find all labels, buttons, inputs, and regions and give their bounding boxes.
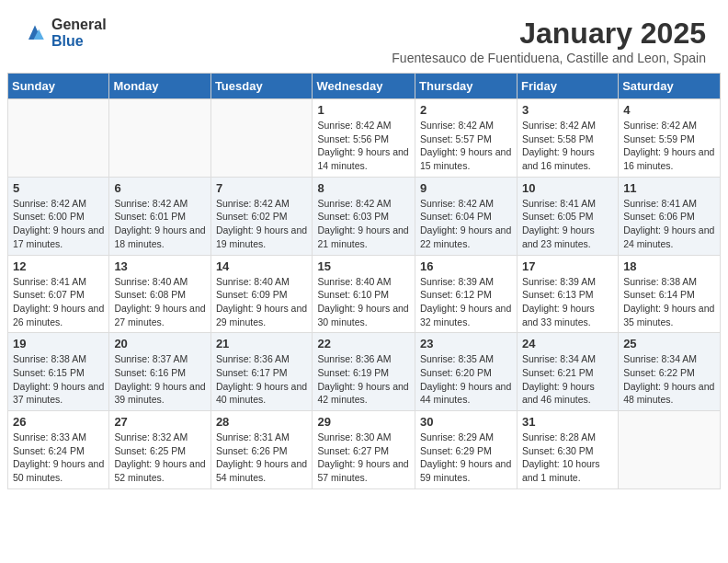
day-info: Sunrise: 8:28 AMSunset: 6:30 PMDaylight:…: [522, 431, 613, 485]
day-number: 10: [522, 181, 613, 195]
calendar-week-row: 12Sunrise: 8:41 AMSunset: 6:07 PMDayligh…: [8, 255, 721, 333]
day-number: 30: [420, 415, 512, 429]
calendar-week-row: 1Sunrise: 8:42 AMSunset: 5:56 PMDaylight…: [8, 99, 721, 178]
calendar-cell: 14Sunrise: 8:40 AMSunset: 6:09 PMDayligh…: [210, 255, 313, 333]
day-info: Sunrise: 8:35 AMSunset: 6:20 PMDaylight:…: [420, 352, 512, 407]
calendar-week-row: 26Sunrise: 8:33 AMSunset: 6:24 PMDayligh…: [8, 411, 721, 489]
logo: General Blue: [22, 17, 107, 49]
weekday-header-monday: Monday: [109, 74, 210, 99]
day-info: Sunrise: 8:42 AMSunset: 6:00 PMDaylight:…: [13, 197, 104, 251]
calendar-cell: 1Sunrise: 8:42 AMSunset: 5:56 PMDaylight…: [313, 99, 415, 178]
calendar-week-row: 19Sunrise: 8:38 AMSunset: 6:15 PMDayligh…: [8, 333, 721, 411]
day-number: 13: [114, 259, 205, 273]
day-number: 12: [13, 259, 104, 273]
calendar-cell: 10Sunrise: 8:41 AMSunset: 6:05 PMDayligh…: [517, 177, 618, 255]
day-info: Sunrise: 8:38 AMSunset: 6:14 PMDaylight:…: [623, 275, 715, 329]
location-subtitle: Fuentesauco de Fuentiduena, Castille and…: [392, 51, 706, 65]
day-number: 22: [317, 337, 410, 350]
day-number: 18: [623, 259, 715, 273]
day-info: Sunrise: 8:41 AMSunset: 6:07 PMDaylight:…: [13, 275, 104, 329]
day-number: 9: [420, 181, 512, 195]
day-info: Sunrise: 8:40 AMSunset: 6:10 PMDaylight:…: [317, 275, 410, 329]
weekday-header-row: SundayMondayTuesdayWednesdayThursdayFrid…: [8, 74, 721, 99]
calendar-cell: 22Sunrise: 8:36 AMSunset: 6:19 PMDayligh…: [313, 333, 415, 411]
calendar-cell: 15Sunrise: 8:40 AMSunset: 6:10 PMDayligh…: [313, 255, 415, 333]
calendar-cell: 29Sunrise: 8:30 AMSunset: 6:27 PMDayligh…: [313, 411, 415, 489]
calendar-cell: 8Sunrise: 8:42 AMSunset: 6:03 PMDaylight…: [313, 177, 415, 255]
day-number: 6: [114, 181, 205, 195]
calendar-cell: 20Sunrise: 8:37 AMSunset: 6:16 PMDayligh…: [109, 333, 210, 411]
calendar-cell: 27Sunrise: 8:32 AMSunset: 6:25 PMDayligh…: [109, 411, 210, 489]
day-info: Sunrise: 8:39 AMSunset: 6:12 PMDaylight:…: [420, 275, 512, 329]
day-number: 2: [420, 103, 512, 117]
calendar-cell: 3Sunrise: 8:42 AMSunset: 5:58 PMDaylight…: [517, 99, 618, 178]
calendar-cell: 9Sunrise: 8:42 AMSunset: 6:04 PMDaylight…: [415, 177, 518, 255]
day-number: 17: [522, 259, 613, 273]
day-number: 16: [420, 259, 512, 273]
day-number: 3: [522, 103, 613, 117]
calendar-cell: 18Sunrise: 8:38 AMSunset: 6:14 PMDayligh…: [619, 255, 721, 333]
day-info: Sunrise: 8:42 AMSunset: 5:58 PMDaylight:…: [522, 119, 613, 173]
day-number: 7: [216, 181, 308, 195]
day-info: Sunrise: 8:36 AMSunset: 6:17 PMDaylight:…: [216, 352, 308, 407]
day-info: Sunrise: 8:41 AMSunset: 6:05 PMDaylight:…: [522, 197, 613, 251]
calendar-cell: 31Sunrise: 8:28 AMSunset: 6:30 PMDayligh…: [517, 411, 618, 489]
day-info: Sunrise: 8:34 AMSunset: 6:22 PMDaylight:…: [623, 352, 715, 407]
calendar-cell: 25Sunrise: 8:34 AMSunset: 6:22 PMDayligh…: [619, 333, 721, 411]
day-info: Sunrise: 8:33 AMSunset: 6:24 PMDaylight:…: [13, 431, 104, 485]
day-number: 5: [13, 181, 104, 195]
weekday-header-friday: Friday: [517, 74, 618, 99]
day-info: Sunrise: 8:42 AMSunset: 5:59 PMDaylight:…: [623, 119, 715, 173]
day-number: 24: [522, 337, 613, 350]
weekday-header-thursday: Thursday: [415, 74, 518, 99]
logo-general-text: General: [51, 17, 107, 33]
calendar-cell: 13Sunrise: 8:40 AMSunset: 6:08 PMDayligh…: [109, 255, 210, 333]
day-info: Sunrise: 8:38 AMSunset: 6:15 PMDaylight:…: [13, 352, 104, 407]
day-info: Sunrise: 8:42 AMSunset: 5:57 PMDaylight:…: [420, 119, 512, 173]
calendar-cell: 30Sunrise: 8:29 AMSunset: 6:29 PMDayligh…: [415, 411, 518, 489]
page-header: General Blue January 2025 Fuentesauco de…: [0, 0, 728, 73]
day-info: Sunrise: 8:40 AMSunset: 6:08 PMDaylight:…: [114, 275, 205, 329]
calendar-cell: 11Sunrise: 8:41 AMSunset: 6:06 PMDayligh…: [619, 177, 721, 255]
day-number: 28: [216, 415, 308, 429]
title-block: January 2025 Fuentesauco de Fuentiduena,…: [392, 17, 706, 65]
day-info: Sunrise: 8:36 AMSunset: 6:19 PMDaylight:…: [317, 352, 410, 407]
day-number: 11: [623, 181, 715, 195]
weekday-header-tuesday: Tuesday: [210, 74, 313, 99]
day-info: Sunrise: 8:42 AMSunset: 6:04 PMDaylight:…: [420, 197, 512, 251]
day-number: 15: [317, 259, 410, 273]
logo-icon: [22, 20, 48, 46]
day-number: 19: [13, 337, 104, 350]
logo-blue-text: Blue: [51, 33, 107, 50]
calendar-cell: [210, 99, 313, 178]
calendar-week-row: 5Sunrise: 8:42 AMSunset: 6:00 PMDaylight…: [8, 177, 721, 255]
weekday-header-sunday: Sunday: [8, 74, 109, 99]
calendar-table: SundayMondayTuesdayWednesdayThursdayFrid…: [7, 73, 721, 489]
calendar-cell: 21Sunrise: 8:36 AMSunset: 6:17 PMDayligh…: [210, 333, 313, 411]
calendar-cell: 6Sunrise: 8:42 AMSunset: 6:01 PMDaylight…: [109, 177, 210, 255]
day-info: Sunrise: 8:29 AMSunset: 6:29 PMDaylight:…: [420, 431, 512, 485]
day-number: 20: [114, 337, 205, 350]
day-info: Sunrise: 8:30 AMSunset: 6:27 PMDaylight:…: [317, 431, 410, 485]
calendar-cell: 12Sunrise: 8:41 AMSunset: 6:07 PMDayligh…: [8, 255, 109, 333]
day-number: 27: [114, 415, 205, 429]
calendar-cell: 7Sunrise: 8:42 AMSunset: 6:02 PMDaylight…: [210, 177, 313, 255]
day-info: Sunrise: 8:42 AMSunset: 6:03 PMDaylight:…: [317, 197, 410, 251]
day-number: 23: [420, 337, 512, 350]
calendar-cell: 24Sunrise: 8:34 AMSunset: 6:21 PMDayligh…: [517, 333, 618, 411]
calendar-cell: 23Sunrise: 8:35 AMSunset: 6:20 PMDayligh…: [415, 333, 518, 411]
calendar-cell: 2Sunrise: 8:42 AMSunset: 5:57 PMDaylight…: [415, 99, 518, 178]
calendar-cell: [8, 99, 109, 178]
calendar-cell: 28Sunrise: 8:31 AMSunset: 6:26 PMDayligh…: [210, 411, 313, 489]
day-info: Sunrise: 8:42 AMSunset: 6:02 PMDaylight:…: [216, 197, 308, 251]
calendar-cell: 26Sunrise: 8:33 AMSunset: 6:24 PMDayligh…: [8, 411, 109, 489]
day-info: Sunrise: 8:40 AMSunset: 6:09 PMDaylight:…: [216, 275, 308, 329]
day-number: 31: [522, 415, 613, 429]
calendar-cell: [619, 411, 721, 489]
day-info: Sunrise: 8:39 AMSunset: 6:13 PMDaylight:…: [522, 275, 613, 329]
calendar-cell: 17Sunrise: 8:39 AMSunset: 6:13 PMDayligh…: [517, 255, 618, 333]
weekday-header-saturday: Saturday: [619, 74, 721, 99]
day-info: Sunrise: 8:42 AMSunset: 6:01 PMDaylight:…: [114, 197, 205, 251]
day-number: 21: [216, 337, 308, 350]
day-info: Sunrise: 8:34 AMSunset: 6:21 PMDaylight:…: [522, 352, 613, 407]
